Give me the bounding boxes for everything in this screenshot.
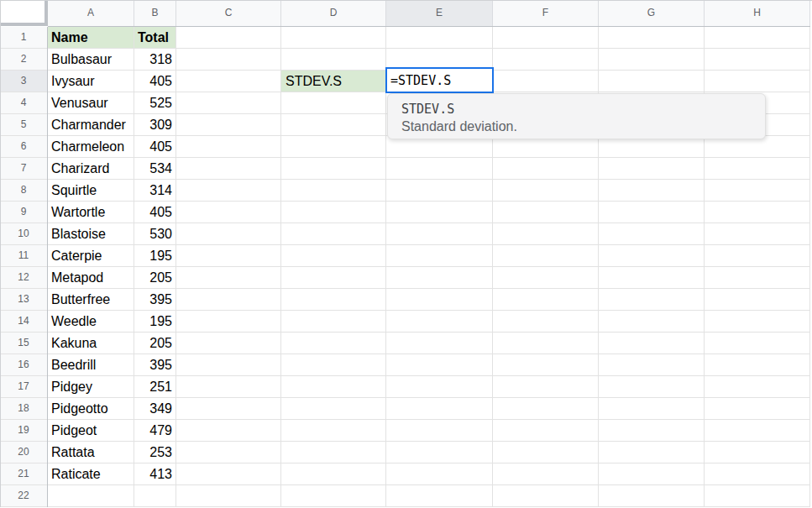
table-row: Raticate 413 — [48, 463, 176, 485]
row-header-13[interactable]: 13 — [0, 289, 47, 311]
cell-d3-function-label[interactable]: STDEV.S — [281, 71, 386, 92]
cell-name[interactable]: Charmeleon — [48, 136, 134, 158]
table-row: Blastoise 530 — [48, 223, 176, 245]
cell-total[interactable]: 530 — [134, 223, 176, 245]
cell-name[interactable]: Squirtle — [48, 180, 134, 202]
cell-total[interactable]: 395 — [134, 289, 176, 311]
cell-name[interactable]: Raticate — [48, 463, 134, 485]
table-row: Charmeleon 405 — [48, 136, 176, 158]
row-header-20[interactable]: 20 — [0, 442, 47, 463]
row-header-12[interactable]: 12 — [0, 267, 47, 289]
table-row: Pidgey 251 — [48, 376, 176, 398]
row-header-7[interactable]: 7 — [0, 158, 47, 180]
formula-cell-editor[interactable] — [385, 67, 494, 93]
cell-name[interactable]: Metapod — [48, 267, 134, 289]
table-row: Caterpie 195 — [48, 245, 176, 267]
cell-total[interactable]: 405 — [134, 202, 176, 223]
cell-total[interactable]: 349 — [134, 398, 176, 420]
column-header-b[interactable]: B — [134, 0, 176, 26]
row-header-10[interactable]: 10 — [0, 223, 47, 245]
cell-name[interactable]: Blastoise — [48, 223, 134, 245]
row-header-11[interactable]: 11 — [0, 245, 47, 267]
cell-name[interactable]: Charmander — [48, 114, 134, 136]
cell-total[interactable]: 405 — [134, 71, 176, 92]
cell-total[interactable]: 195 — [134, 245, 176, 267]
column-header-f[interactable]: F — [493, 0, 599, 26]
column-header-a[interactable]: A — [48, 0, 134, 26]
table-row: Rattata 253 — [48, 442, 176, 463]
cell-total[interactable]: 205 — [134, 267, 176, 289]
row-header-21[interactable]: 21 — [0, 463, 47, 485]
cell-name[interactable]: Kakuna — [48, 333, 134, 354]
row-header-15[interactable]: 15 — [0, 333, 47, 354]
cell-name[interactable]: Pidgeot — [48, 420, 134, 442]
cell-name[interactable]: Wartortle — [48, 202, 134, 223]
cell-name[interactable]: Pidgeotto — [48, 398, 134, 420]
cell-name[interactable]: Beedrill — [48, 354, 134, 376]
spreadsheet: A B C D E F G H 1 2 3 4 5 6 7 8 9 10 11 … — [0, 0, 812, 508]
cell-b1-total-header[interactable]: Total — [134, 27, 176, 49]
row-header-6[interactable]: 6 — [0, 136, 47, 158]
column-header-e-selected[interactable]: E — [386, 0, 493, 26]
data-rows: Bulbasaur 318 Ivysaur 405 Venusaur 525 C… — [48, 49, 176, 485]
row-header-4[interactable]: 4 — [0, 92, 47, 114]
column-header-h[interactable]: H — [705, 0, 810, 26]
cell-name[interactable]: Weedle — [48, 311, 134, 333]
cell-name[interactable]: Charizard — [48, 158, 134, 180]
cell-total[interactable]: 309 — [134, 114, 176, 136]
table-row: Pidgeot 479 — [48, 420, 176, 442]
table-row: Ivysaur 405 — [48, 71, 176, 92]
table-row: Beedrill 395 — [48, 354, 176, 376]
row-header-9[interactable]: 9 — [0, 202, 47, 223]
cell-total[interactable]: 405 — [134, 136, 176, 158]
column-header-g[interactable]: G — [599, 0, 705, 26]
formula-help-tooltip: STDEV.S Standard deviation. — [387, 93, 766, 139]
cell-total[interactable]: 205 — [134, 333, 176, 354]
table-row: Butterfree 395 — [48, 289, 176, 311]
cell-name[interactable]: Rattata — [48, 442, 134, 463]
table-row: Wartortle 405 — [48, 202, 176, 223]
row-header-2[interactable]: 2 — [0, 49, 47, 71]
cell-name[interactable]: Bulbasaur — [48, 49, 134, 71]
left-border-line — [0, 0, 1, 507]
cell-total[interactable]: 251 — [134, 376, 176, 398]
cell-name[interactable]: Pidgey — [48, 376, 134, 398]
row-header-8[interactable]: 8 — [0, 180, 47, 202]
row-header-22[interactable]: 22 — [0, 485, 47, 507]
cell-total[interactable]: 534 — [134, 158, 176, 180]
table-row: Squirtle 314 — [48, 180, 176, 202]
row-header-5[interactable]: 5 — [0, 114, 47, 136]
cell-total[interactable]: 525 — [134, 92, 176, 114]
row-header-16[interactable]: 16 — [0, 354, 47, 376]
row-header-3-selected[interactable]: 3 — [0, 71, 47, 92]
table-row: Weedle 195 — [48, 311, 176, 333]
row-header-1[interactable]: 1 — [0, 27, 47, 49]
table-row: Charmander 309 — [48, 114, 176, 136]
cell-name[interactable]: Caterpie — [48, 245, 134, 267]
row-header-column: 1 2 3 4 5 6 7 8 9 10 11 12 13 14 15 16 1… — [0, 27, 48, 507]
cell-total[interactable]: 318 — [134, 49, 176, 71]
cell-total[interactable]: 314 — [134, 180, 176, 202]
select-all-corner[interactable] — [0, 0, 48, 26]
cell-total[interactable]: 413 — [134, 463, 176, 485]
cell-total[interactable]: 479 — [134, 420, 176, 442]
table-row: Bulbasaur 318 — [48, 49, 176, 71]
cell-total[interactable]: 195 — [134, 311, 176, 333]
column-header-d[interactable]: D — [281, 0, 386, 26]
row-header-14[interactable]: 14 — [0, 311, 47, 333]
cell-name[interactable]: Ivysaur — [48, 71, 134, 92]
column-header-c[interactable]: C — [176, 0, 281, 26]
cell-total[interactable]: 395 — [134, 354, 176, 376]
cell-a1-name-header[interactable]: Name — [48, 27, 134, 49]
cell-total[interactable]: 253 — [134, 442, 176, 463]
cell-name[interactable]: Venusaur — [48, 92, 134, 114]
tooltip-function-name: STDEV.S — [401, 101, 752, 118]
row-header-17[interactable]: 17 — [0, 376, 47, 398]
table-row: Metapod 205 — [48, 267, 176, 289]
column-header-row: A B C D E F G H — [48, 0, 810, 27]
top-border-line — [0, 0, 812, 1]
row-header-19[interactable]: 19 — [0, 420, 47, 442]
cell-name[interactable]: Butterfree — [48, 289, 134, 311]
row-header-18[interactable]: 18 — [0, 398, 47, 420]
table-row: Kakuna 205 — [48, 333, 176, 354]
